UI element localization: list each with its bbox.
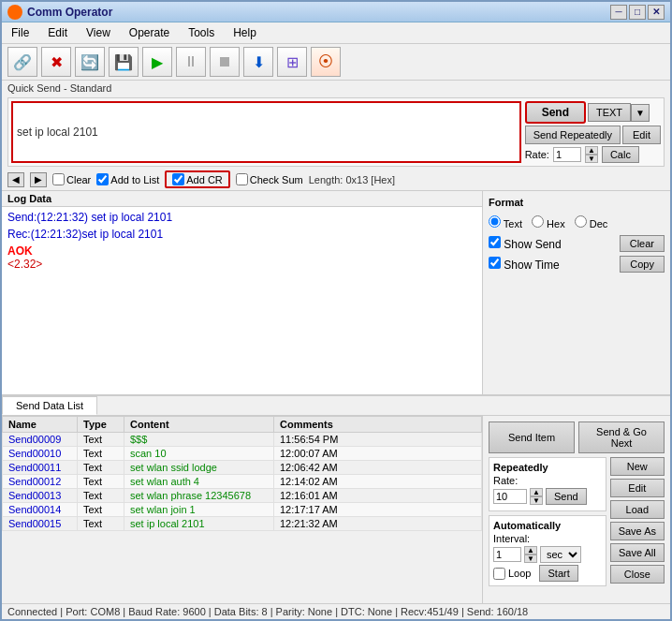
toolbar-save-btn[interactable]: 💾 [109,47,139,77]
check-sum-check[interactable] [236,173,248,185]
format-checks: Show Send Clear Show Time Copy [489,235,665,273]
bottom-section: Send Data List Name Type Content Comment… [2,394,670,603]
repeat-send-button[interactable]: Send [546,488,587,505]
show-send-checkbox[interactable] [489,236,501,248]
table-row[interactable]: Send00013 Text set wlan phrase 12345678 … [3,489,482,503]
quick-send-area: Send TEXT ▼ Send Repeatedly Edit Rate: ▲… [7,97,665,167]
menu-edit[interactable]: Edit [44,24,71,41]
toolbar-play-btn[interactable]: ▶ [142,47,172,77]
format-hex-radio-label[interactable]: Hex [532,215,565,229]
interval-down[interactable]: ▼ [524,554,537,563]
add-to-list-checkbox[interactable]: Add to List [96,173,159,185]
quick-send-input[interactable] [11,101,521,163]
auto-section: Automatically Interval: ▲ ▼ [489,515,606,586]
save-all-button[interactable]: Save All [610,543,665,562]
table-row[interactable]: Send00011 Text set wlan ssid lodge 12:06… [3,461,482,475]
log-entry-val: <2.32> [7,258,476,271]
rate-up-button[interactable]: ▲ [585,146,598,155]
repeat-rate-up[interactable]: ▲ [530,488,543,496]
check-sum-checkbox[interactable]: Check Sum [236,173,303,185]
copy-log-button[interactable]: Copy [620,256,665,273]
cell-name: Send00012 [3,475,78,489]
edit-button[interactable]: Edit [622,126,661,144]
show-time-checkbox-label[interactable]: Show Time [489,257,560,272]
toolbar: 🔗 ✖ 🔄 💾 ▶ ⏸ ⏹ ⬇ ⊞ ⦿ [2,44,670,81]
data-table-section: Name Type Content Comments Send00009 Tex… [2,416,483,603]
interval-input[interactable] [493,547,521,562]
repeat-rate-down[interactable]: ▼ [530,496,543,505]
toolbar-connect-btn[interactable]: 🔗 [7,47,37,77]
cell-content: set ip local 2101 [124,517,274,531]
clear-log-button[interactable]: Clear [620,235,665,252]
format-text-radio[interactable] [489,215,501,228]
prev-button[interactable]: ◀ [7,172,24,187]
text-format-button[interactable]: TEXT [588,103,631,122]
cell-name: Send00013 [3,489,78,503]
toolbar-disconnect-btn[interactable]: ✖ [41,47,71,77]
menu-file[interactable]: File [7,24,33,41]
sec-select[interactable]: sec ms [540,546,581,563]
rate-label: Rate: [525,149,549,160]
send-repeatedly-button[interactable]: Send Repeatedly [525,126,621,144]
interval-up[interactable]: ▲ [524,546,537,554]
menu-help[interactable]: Help [229,24,260,41]
table-row[interactable]: Send00014 Text set wlan join 1 12:17:17 … [3,503,482,517]
add-to-list-check[interactable] [96,173,109,185]
close-button2[interactable]: Close [610,565,665,584]
maximize-button[interactable]: □ [629,5,646,20]
table-row[interactable]: Send00010 Text scan 10 12:00:07 AM [3,447,482,461]
next-button[interactable]: ▶ [30,172,47,187]
tab-send-data-list[interactable]: Send Data List [2,396,97,415]
show-send-row: Show Send Clear [489,235,665,252]
side-buttons: New Edit Load Save As Save All Close [610,457,665,586]
menu-tools[interactable]: Tools [184,24,218,41]
format-hex-radio[interactable] [532,215,544,228]
cell-type: Text [78,517,124,531]
toolbar-stop-btn[interactable]: ⏹ [210,47,240,77]
send-item-button[interactable]: Send Item [489,421,575,453]
send-go-next-button[interactable]: Send & Go Next [578,421,665,453]
log-header: Log Data [2,191,482,207]
format-dec-radio[interactable] [575,215,587,228]
cell-type: Text [78,489,124,503]
toolbar-reconnect-btn[interactable]: 🔄 [75,47,105,77]
loop-checkbox[interactable] [493,568,505,580]
toolbar-target-btn[interactable]: ⦿ [311,47,341,77]
show-time-row: Show Time Copy [489,256,665,273]
format-text-radio-label[interactable]: Text [489,215,522,229]
menu-operate[interactable]: Operate [125,24,173,41]
save-as-button[interactable]: Save As [610,522,665,540]
clear-checkbox[interactable]: Clear [52,173,91,185]
clear-check[interactable] [52,173,65,185]
cell-comments: 12:00:07 AM [274,447,482,461]
mid-section: Repeatedly Rate: ▲ ▼ Send [489,457,665,586]
show-send-checkbox-label[interactable]: Show Send [489,236,562,251]
log-body: Send:(12:21:32) set ip local 2101 Rec:(1… [2,207,482,394]
show-time-checkbox[interactable] [489,257,501,269]
table-row[interactable]: Send00009 Text $$$ 11:56:54 PM [3,433,482,447]
toolbar-grid-btn[interactable]: ⊞ [277,47,307,77]
format-radios: Text Hex Dec [489,215,665,229]
new-button[interactable]: New [610,457,665,476]
menu-view[interactable]: View [82,24,114,41]
rate-down-button[interactable]: ▼ [585,155,598,163]
format-dropdown-arrow[interactable]: ▼ [631,104,650,122]
minimize-button[interactable]: ─ [610,5,627,20]
calc-button[interactable]: Calc [602,146,639,163]
add-cr-check[interactable] [172,173,184,185]
toolbar-pause-btn[interactable]: ⏸ [176,47,206,77]
table-row[interactable]: Send00015 Text set ip local 2101 12:21:3… [3,517,482,531]
rate-input[interactable] [553,147,581,162]
col-header-name: Name [3,417,78,433]
edit-item-button[interactable]: Edit [610,479,665,497]
repeat-rate-input[interactable] [493,489,527,504]
load-button[interactable]: Load [610,500,665,519]
close-button[interactable]: ✕ [648,5,665,20]
table-row[interactable]: Send00012 Text set wlan auth 4 12:14:02 … [3,475,482,489]
format-dec-radio-label[interactable]: Dec [575,215,608,229]
add-cr-checkbox-area[interactable]: Add CR [165,170,230,188]
toolbar-down-btn[interactable]: ⬇ [243,47,273,77]
start-button[interactable]: Start [539,565,577,582]
quick-send-label: Quick Send - Standard [2,81,670,96]
send-button[interactable]: Send [525,101,586,124]
